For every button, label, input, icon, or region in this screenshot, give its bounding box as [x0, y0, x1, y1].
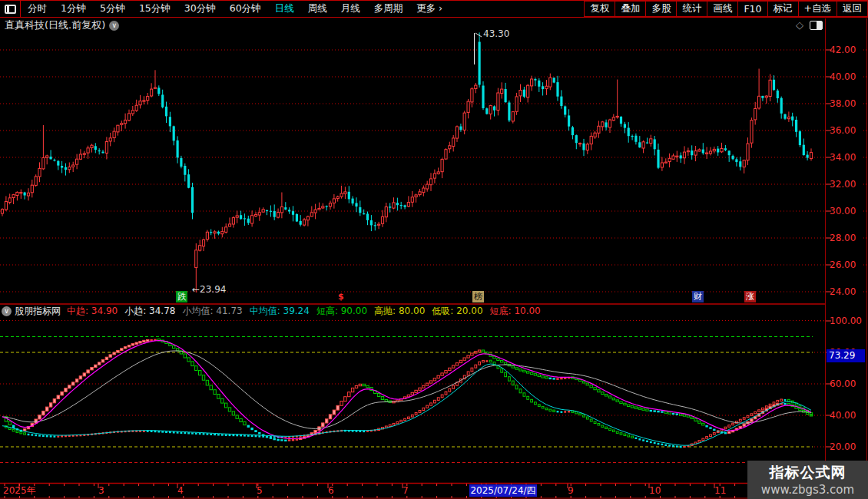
band-label: 榜 [472, 291, 484, 302]
x-axis-label: 5 [257, 484, 263, 497]
y-axis-label: 34.00 [830, 152, 865, 163]
period-tab[interactable]: 分时 [21, 2, 54, 15]
period-tab[interactable]: 日线 [268, 2, 301, 15]
x-axis-label: 9 [568, 484, 574, 497]
indicator-param: 短高: 90.00 [316, 306, 367, 316]
x-axis-label: 6 [328, 484, 334, 497]
title-row-icons: ◇ [796, 19, 823, 31]
y-axis-label: 20.00 [830, 441, 865, 452]
period-tab[interactable]: 5分钟 [93, 2, 132, 15]
indicator-title: 股朋指标网 [15, 305, 61, 318]
toolbar-button[interactable]: 标记 [767, 1, 798, 17]
y-axis-label: 40.00 [830, 71, 865, 82]
title-row: 直真科技(日线.前复权) ∨ ◇ [0, 18, 868, 32]
y-axis-label: 100.00 [830, 316, 865, 326]
y-axis-value-box: 73.29 [827, 349, 865, 362]
y-axis-label: 40.00 [830, 410, 865, 421]
y-axis-label: 60.00 [830, 378, 865, 389]
period-tabs: 分时1分钟5分钟15分钟30分钟60分钟日线周线月线多周期更多 › [21, 1, 449, 17]
period-tab[interactable]: 60分钟 [223, 2, 268, 15]
y-axis-label: 36.00 [830, 125, 865, 136]
toolbar-button[interactable]: 画线 [707, 1, 737, 17]
diamond-icon[interactable]: ◇ [796, 19, 803, 31]
indicator-param: 小均值: 41.73 [182, 306, 242, 316]
indicator-param: 中趋: 34.90 [67, 306, 118, 316]
x-axis-row: 2025年34567910112025/07/24/四 [0, 484, 825, 497]
layout-icon-glyph [5, 5, 16, 14]
band-label: 财 [692, 291, 704, 302]
period-tab[interactable]: 15分钟 [132, 2, 177, 15]
toolbar-buttons: 复权叠加多股统计画线F10标记+自选返回 [584, 1, 868, 17]
toolbar-button[interactable]: 统计 [676, 1, 707, 17]
indicator-param: 低吸: 20.00 [432, 306, 482, 316]
toolbar-button[interactable]: 复权 [584, 1, 615, 17]
x-axis-label: 7 [403, 484, 409, 497]
indicator-param: 短底: 10.00 [490, 306, 541, 316]
band-label: 跌 [176, 291, 187, 302]
x-axis-label: 11 [714, 484, 726, 497]
indicator-param: 小趋: 34.78 [124, 306, 175, 316]
low-annotation: ←23.94 [192, 284, 226, 295]
toolbar-button[interactable]: 叠加 [615, 1, 645, 17]
y-axis-label: 28.00 [830, 233, 865, 243]
y-axis-label: 42.00 [830, 45, 865, 55]
x-axis-label: 10 [649, 484, 661, 497]
x-axis-year-label: 2025年 [3, 484, 36, 497]
layout-icon[interactable] [0, 1, 21, 17]
x-axis-date-box: 2025/07/24/四 [469, 484, 537, 497]
indicator-param: 中均值: 39.24 [250, 306, 310, 316]
watermark-url: www.zbgs3.com [761, 483, 854, 497]
x-axis-label: 4 [177, 484, 184, 497]
chart-canvas[interactable] [0, 32, 868, 499]
period-tab[interactable]: 周线 [301, 2, 334, 15]
x-axis-label: 3 [98, 484, 104, 497]
indicator-params: 中趋: 34.90小趋: 34.78小均值: 41.73中均值: 39.24短高… [67, 305, 548, 318]
y-axis-label: 24.00 [830, 286, 865, 297]
toolbar-button[interactable]: +自选 [798, 1, 837, 17]
period-tab[interactable]: 1分钟 [54, 2, 93, 15]
toolbar-button[interactable]: 返回 [837, 1, 868, 17]
symbol-title: 直真科技(日线.前复权) [5, 18, 105, 32]
band-label: $ [336, 291, 346, 302]
chevron-down-icon[interactable]: ∨ [109, 21, 119, 31]
toolbar-button[interactable]: F10 [737, 1, 767, 17]
indicator-header: ∨ 股朋指标网 中趋: 34.90小趋: 34.78小均值: 41.73中均值:… [0, 305, 823, 318]
period-tab[interactable]: 月线 [334, 2, 367, 15]
trading-app-window: 分时1分钟5分钟15分钟30分钟60分钟日线周线月线多周期更多 › 复权叠加多股… [0, 0, 868, 499]
indicator-param: 高抛: 80.00 [374, 306, 425, 316]
indicator-collapse-icon[interactable]: ∨ [2, 306, 12, 316]
toolbar-button[interactable]: 多股 [645, 1, 676, 17]
band-label: 涨 [744, 291, 756, 302]
high-annotation: 43.30 [483, 28, 509, 39]
y-axis-label: 32.00 [830, 179, 865, 190]
watermark-title: 指标公式网 [770, 463, 846, 483]
watermark: 指标公式网 www.zbgs3.com [747, 461, 868, 499]
y-axis-label: 26.00 [830, 259, 865, 270]
y-axis-label: 30.00 [830, 206, 865, 216]
top-toolbar: 分时1分钟5分钟15分钟30分钟60分钟日线周线月线多周期更多 › 复权叠加多股… [0, 0, 868, 18]
panel-split-icon[interactable] [810, 21, 823, 30]
y-axis-label: 38.00 [830, 98, 865, 109]
period-tab[interactable]: 30分钟 [177, 2, 223, 15]
period-tab[interactable]: 多周期 [367, 2, 410, 15]
period-tab[interactable]: 更多 › [409, 2, 449, 15]
